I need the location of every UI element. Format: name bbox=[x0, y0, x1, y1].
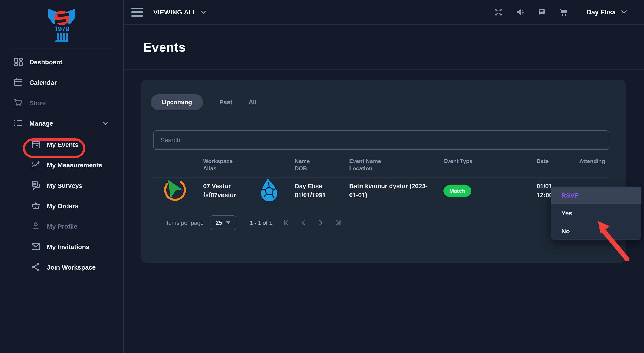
chevron-down-icon bbox=[103, 121, 108, 125]
tab-past[interactable]: Past bbox=[219, 99, 232, 106]
logo-year: 1979 bbox=[54, 25, 69, 33]
sidebar-item-my-events[interactable]: My Events bbox=[0, 134, 123, 154]
profile-icon bbox=[31, 221, 41, 231]
cart-icon bbox=[13, 98, 24, 108]
pagination-bar: Items per page 25 1 - 1 of 1 bbox=[153, 216, 610, 230]
pagination-range: 1 - 1 of 1 bbox=[250, 220, 272, 226]
sidebar-item-label: My Events bbox=[47, 141, 78, 148]
mail-icon bbox=[31, 242, 41, 252]
sidebar-item-join-workspace[interactable]: Join Workspace bbox=[0, 257, 123, 277]
sidebar-item-dashboard[interactable]: Dashboard bbox=[0, 52, 123, 72]
match-badge: Match bbox=[444, 185, 471, 196]
orders-icon bbox=[31, 200, 41, 211]
sidebar-item-my-orders[interactable]: My Orders bbox=[0, 196, 123, 216]
next-page-button[interactable] bbox=[317, 218, 325, 227]
sidebar-item-label: My Invitations bbox=[47, 243, 90, 250]
workspace-logo-07vestur bbox=[163, 178, 188, 202]
menu-option-rsvp[interactable]: RSVP bbox=[551, 186, 641, 204]
chevron-down-icon bbox=[200, 10, 206, 14]
measurements-icon bbox=[31, 160, 41, 170]
previous-page-button[interactable] bbox=[300, 218, 308, 227]
events-table: WorkspaceAlias NameDOB Event NameLocatio… bbox=[153, 158, 610, 203]
event-name-cell: Betri kvinnur dystur (2023-01-01) bbox=[349, 182, 444, 200]
sidebar-nav: Dashboard Calendar Store bbox=[0, 49, 123, 277]
sidebar-item-label: Join Workspace bbox=[47, 263, 96, 270]
fsf-logo: 1979 bbox=[0, 0, 123, 48]
first-page-button[interactable] bbox=[282, 218, 291, 227]
workspace-logo-cell bbox=[153, 178, 203, 204]
sidebar-item-label: My Measurements bbox=[47, 161, 102, 168]
sidebar-item-my-profile[interactable]: My Profile bbox=[0, 216, 123, 236]
topbar-actions: Day Elisa bbox=[494, 7, 627, 17]
sidebar-item-store[interactable]: Store bbox=[0, 92, 123, 113]
player-avatar-icon bbox=[258, 178, 280, 202]
event-type-cell: Match bbox=[444, 185, 537, 196]
megaphone-icon[interactable] bbox=[515, 7, 525, 17]
sidebar: 1979 Dashboard bbox=[0, 0, 124, 353]
menu-toggle-button[interactable] bbox=[131, 8, 143, 16]
col-event-type: Event Type bbox=[444, 158, 537, 172]
workspace-cell: 07 Vesturfsf07vestur bbox=[203, 182, 258, 200]
calendar-icon bbox=[13, 77, 24, 87]
tab-all[interactable]: All bbox=[248, 99, 256, 106]
caret-down-icon bbox=[226, 222, 230, 224]
tab-upcoming[interactable]: Upcoming bbox=[151, 94, 203, 110]
sidebar-item-manage[interactable]: Manage bbox=[0, 113, 123, 133]
surveys-icon bbox=[31, 180, 41, 190]
col-attending: Attending bbox=[576, 158, 610, 172]
app-root: 1979 Dashboard bbox=[0, 0, 644, 353]
chevron-down-icon bbox=[621, 10, 627, 14]
dashboard-icon bbox=[13, 57, 24, 67]
page-size-select[interactable]: 25 bbox=[210, 216, 236, 230]
cart-icon[interactable] bbox=[559, 7, 568, 17]
page-header: Events bbox=[124, 25, 644, 70]
table-row[interactable]: 07 Vesturfsf07vestur Day Elisa01/ bbox=[153, 178, 610, 203]
events-tabs: Upcoming Past All bbox=[151, 94, 256, 110]
last-page-button[interactable] bbox=[334, 218, 342, 227]
menu-option-yes[interactable]: Yes bbox=[551, 204, 641, 222]
sidebar-item-label: Store bbox=[30, 99, 46, 106]
sidebar-item-label: My Orders bbox=[47, 202, 78, 209]
user-name: Day Elisa bbox=[586, 8, 616, 16]
items-per-page-label: Items per page bbox=[165, 220, 204, 226]
fullscreen-icon[interactable] bbox=[494, 7, 504, 17]
viewing-all-label: VIEWING ALL bbox=[153, 8, 197, 16]
sidebar-item-my-surveys[interactable]: My Surveys bbox=[0, 175, 123, 196]
menu-option-no[interactable]: No bbox=[551, 222, 641, 240]
chat-icon[interactable] bbox=[537, 7, 547, 17]
fsf-logo-icon: 1979 bbox=[46, 8, 77, 44]
sidebar-item-label: Calendar bbox=[30, 78, 57, 86]
user-menu[interactable]: Day Elisa bbox=[586, 8, 627, 16]
topbar: VIEWING ALL bbox=[124, 0, 644, 25]
sidebar-item-label: My Surveys bbox=[47, 182, 82, 189]
col-date: Date bbox=[537, 158, 576, 172]
sidebar-item-my-measurements[interactable]: My Measurements bbox=[0, 154, 123, 175]
sidebar-item-label: Dashboard bbox=[30, 58, 63, 65]
name-cell: Day Elisa01/01/1991 bbox=[295, 182, 349, 200]
table-header-row: WorkspaceAlias NameDOB Event NameLocatio… bbox=[153, 158, 610, 178]
search-input[interactable] bbox=[153, 130, 610, 150]
page-title: Events bbox=[143, 40, 186, 54]
sidebar-item-calendar[interactable]: Calendar bbox=[0, 72, 123, 92]
col-event-name-location: Event NameLocation bbox=[349, 158, 444, 172]
sidebar-item-label: Manage bbox=[30, 120, 53, 127]
attending-menu: RSVP Yes No bbox=[551, 186, 641, 240]
sidebar-item-label: My Profile bbox=[47, 222, 77, 230]
avatar-cell bbox=[258, 178, 295, 204]
pagination-buttons bbox=[282, 218, 342, 227]
event-icon bbox=[31, 139, 41, 150]
share-icon bbox=[31, 262, 41, 272]
sidebar-item-my-invitations[interactable]: My Invitations bbox=[0, 236, 123, 257]
list-icon bbox=[13, 118, 24, 128]
col-name-dob: NameDOB bbox=[295, 158, 349, 172]
viewing-all-dropdown[interactable]: VIEWING ALL bbox=[153, 8, 206, 16]
col-workspace-alias: WorkspaceAlias bbox=[203, 158, 258, 172]
